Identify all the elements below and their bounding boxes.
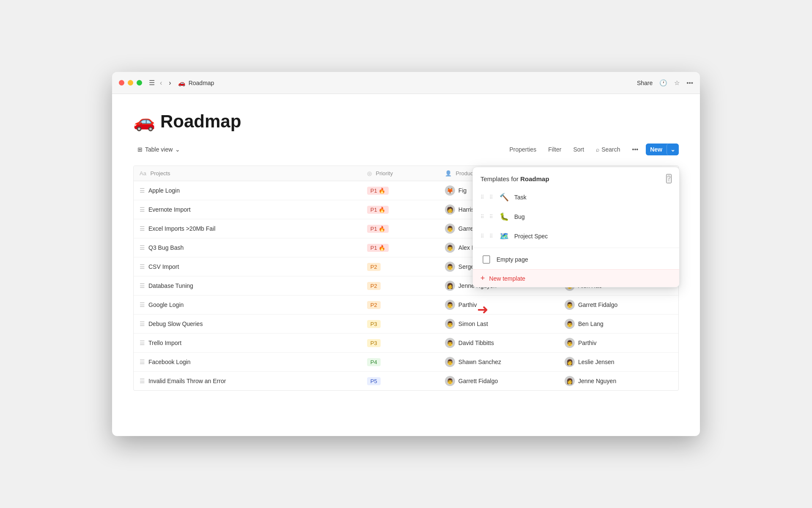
back-button[interactable]: ‹	[158, 78, 164, 88]
col-header-priority[interactable]: ◎ Priority	[361, 166, 439, 181]
table-row[interactable]: ☰Facebook LoginP4👨Shawn Sanchez👩Leslie J…	[134, 353, 678, 372]
share-button[interactable]: Share	[637, 80, 653, 86]
chevron-down-icon: ⌄	[175, 146, 180, 153]
pm-name: David Tibbitts	[458, 340, 494, 346]
project-name: Q3 Bug Bash	[148, 244, 184, 251]
priority-col-icon: ◎	[367, 170, 372, 177]
pm-cell: 👨Garrett Fidalgo	[445, 376, 553, 386]
row-doc-icon: ☰	[140, 263, 145, 270]
row-doc-icon: ☰	[140, 320, 145, 327]
priority-badge: P2	[367, 263, 381, 271]
project-spec-template-icon: 🗺️	[498, 230, 510, 242]
minimize-button[interactable]	[128, 80, 133, 86]
titlebar-actions: Share 🕐 ☆ •••	[637, 79, 693, 87]
avatar: 👨	[565, 300, 575, 310]
drag-handle-ps: ⠿	[480, 233, 484, 239]
drag-handle-task: ⠿	[480, 194, 484, 200]
forward-button[interactable]: ›	[167, 78, 173, 88]
page-emoji-titlebar: 🚗	[178, 80, 185, 86]
maximize-button[interactable]	[137, 80, 142, 86]
priority-badge: P5	[367, 377, 381, 385]
close-button[interactable]	[119, 80, 124, 86]
col-header-projects[interactable]: Aa Projects	[134, 166, 361, 181]
new-dropdown-button[interactable]: ⌄	[667, 144, 679, 155]
more-actions-button[interactable]: •••	[686, 79, 693, 86]
templates-dropdown: Templates for Roadmap ? ⠿ ⠿ 🔨 Task ••• ⠿…	[472, 167, 680, 287]
avatar: 👨	[445, 262, 455, 272]
project-cell: ☰Apple Login	[140, 187, 355, 194]
drag-handle-bug2: ⠿	[489, 214, 493, 220]
search-button[interactable]: ⌕ Search	[592, 144, 624, 155]
projects-col-icon: Aa	[140, 170, 146, 177]
extra-person-cell: 👨Parthiv	[565, 338, 672, 348]
project-name: Evernote Import	[148, 206, 191, 213]
project-spec-template-label: Project Spec	[514, 233, 661, 240]
row-doc-icon: ☰	[140, 359, 145, 365]
priority-badge: P1 🔥	[367, 244, 389, 252]
project-name: Google Login	[148, 301, 184, 308]
new-template-plus-icon: +	[480, 274, 485, 283]
table-row[interactable]: ☰Invalid Emails Throw an ErrorP5👨Garrett…	[134, 372, 678, 391]
hamburger-button[interactable]: ☰	[149, 79, 155, 87]
drag-handle-bug: ⠿	[480, 214, 484, 220]
titlebar: ☰ ‹ › 🚗 Roadmap Share 🕐 ☆ •••	[112, 72, 700, 94]
page-name-titlebar: Roadmap	[189, 80, 214, 86]
priority-badge: P3	[367, 339, 381, 347]
extra-person-cell: 👩Leslie Jensen	[565, 357, 672, 367]
bug-template-icon: 🐛	[498, 211, 510, 223]
more-options-button[interactable]: •••	[628, 144, 642, 155]
template-item-task[interactable]: ⠿ ⠿ 🔨 Task •••	[473, 188, 679, 207]
task-template-icon: 🔨	[498, 191, 510, 203]
pm-cell: 👨Simon Last	[445, 319, 553, 329]
col-label-projects: Projects	[151, 170, 170, 177]
pm-name: Fig	[458, 187, 466, 194]
pm-name: Shawn Sanchez	[458, 359, 501, 365]
page-title-text: Roadmap	[160, 111, 241, 132]
project-cell: ☰Debug Slow Queries	[140, 320, 355, 327]
view-selector[interactable]: ⊞ Table view ⌄	[133, 144, 184, 155]
avatar: 👨	[565, 338, 575, 348]
drag-handle-ps2: ⠿	[489, 233, 493, 239]
drag-handle-task2: ⠿	[489, 194, 493, 200]
template-item-project-spec[interactable]: ⠿ ⠿ 🗺️ Project Spec •••	[473, 226, 679, 246]
new-button-wrapper: New ⌄	[646, 144, 679, 155]
app-window: ☰ ‹ › 🚗 Roadmap Share 🕐 ☆ ••• 🚗 Roadmap …	[112, 72, 700, 436]
project-name: CSV Import	[148, 263, 179, 270]
svg-rect-0	[483, 256, 490, 263]
dropdown-title-prefix: Templates for	[480, 175, 518, 182]
project-name: Invalid Emails Throw an Error	[148, 378, 226, 384]
priority-badge: P3	[367, 320, 381, 328]
extra-person-cell: 👩Jenne Nguyen	[565, 376, 672, 386]
page-title-emoji: 🚗	[133, 111, 155, 132]
project-cell: ☰Excel Imports >20Mb Fail	[140, 225, 355, 232]
avatar: 👨	[445, 357, 455, 367]
priority-badge: P4	[367, 358, 381, 366]
new-template-row[interactable]: + New template	[473, 269, 679, 287]
template-item-empty-page[interactable]: Empty page	[473, 250, 679, 269]
empty-page-icon	[480, 254, 492, 265]
project-name: Apple Login	[148, 187, 180, 194]
table-row[interactable]: ☰Google LoginP2👨Parthiv👨Garrett Fidalgo	[134, 295, 678, 315]
extra-person-name: Jenne Nguyen	[578, 378, 616, 384]
star-button[interactable]: ☆	[674, 79, 680, 87]
extra-person-name: Parthiv	[578, 340, 597, 346]
project-cell: ☰Google Login	[140, 301, 355, 308]
table-row[interactable]: ☰Debug Slow QueriesP3👨Simon Last👨Ben Lan…	[134, 315, 678, 334]
priority-badge: P1 🔥	[367, 225, 389, 233]
priority-badge: P2	[367, 282, 381, 290]
dropdown-help-button[interactable]: ?	[666, 174, 672, 183]
new-button[interactable]: New	[646, 144, 667, 155]
properties-button[interactable]: Properties	[505, 144, 541, 155]
history-button[interactable]: 🕐	[659, 79, 667, 87]
sort-button[interactable]: Sort	[569, 144, 588, 155]
extra-person-cell: 👨Ben Lang	[565, 319, 672, 329]
empty-page-label: Empty page	[497, 256, 672, 263]
avatar: 👨	[445, 224, 455, 234]
avatar: 👩	[565, 376, 575, 386]
pm-col-icon: 👤	[445, 170, 452, 177]
table-row[interactable]: ☰Trello ImportP3👨David Tibbitts👨Parthiv	[134, 334, 678, 353]
template-item-bug[interactable]: ⠿ ⠿ 🐛 Bug •••	[473, 207, 679, 226]
dropdown-title: Templates for Roadmap	[480, 175, 549, 182]
filter-button[interactable]: Filter	[544, 144, 565, 155]
row-doc-icon: ☰	[140, 301, 145, 308]
